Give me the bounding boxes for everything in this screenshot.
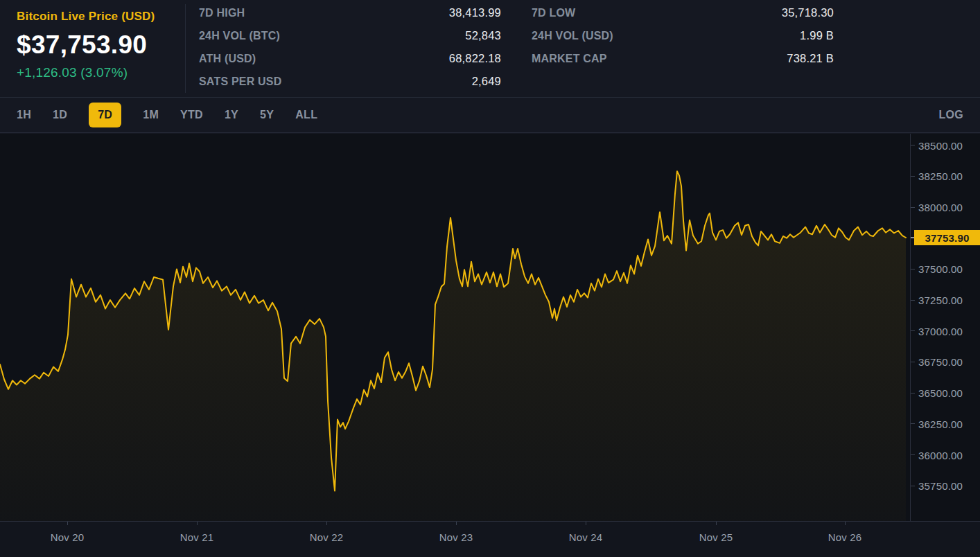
stat-value: 35,718.30 bbox=[782, 6, 834, 19]
chart-area: 37753.90 38500.0038250.0038000.0037500.0… bbox=[0, 134, 980, 521]
stat-row: 24H VOL (USD)1.99 B bbox=[532, 24, 834, 47]
price-change: +1,126.03 (3.07%) bbox=[17, 65, 176, 80]
range-tabs: 1H1D7D1MYTD1Y5YALL bbox=[17, 103, 938, 127]
bitcoin-price-widget: Bitcoin Live Price (USD) $37,753.90 +1,1… bbox=[0, 0, 980, 557]
y-tick bbox=[911, 486, 915, 486]
stat-value: 52,843 bbox=[465, 29, 501, 42]
page-title: Bitcoin Live Price (USD) bbox=[17, 10, 176, 24]
y-tick-label: 37500.00 bbox=[918, 263, 963, 275]
range-tabbar: 1H1D7D1MYTD1Y5YALL LOG bbox=[0, 98, 980, 133]
stat-label: 24H VOL (USD) bbox=[532, 30, 613, 42]
tab-7d[interactable]: 7D bbox=[89, 103, 121, 127]
stat-label: 7D LOW bbox=[532, 7, 575, 19]
y-tick-label: 36000.00 bbox=[918, 450, 963, 461]
tab-1m[interactable]: 1M bbox=[143, 109, 159, 121]
y-tick bbox=[911, 269, 915, 269]
y-tick-label: 37000.00 bbox=[918, 326, 963, 337]
x-tick bbox=[716, 522, 717, 525]
x-tick-label: Nov 25 bbox=[688, 531, 744, 543]
stat-label: ATH (USD) bbox=[199, 53, 256, 65]
y-tick bbox=[911, 330, 915, 331]
x-tick-label: Nov 20 bbox=[40, 531, 95, 543]
stat-value: 2,649 bbox=[472, 75, 501, 88]
y-tick-label: 36250.00 bbox=[918, 418, 963, 430]
x-tick-label: Nov 26 bbox=[817, 531, 873, 543]
current-price-badge: 37753.90 bbox=[914, 230, 980, 245]
stat-label: SATS PER USD bbox=[199, 76, 281, 88]
header: Bitcoin Live Price (USD) $37,753.90 +1,1… bbox=[0, 0, 980, 98]
x-tick bbox=[67, 522, 68, 525]
stat-value: 1.99 B bbox=[800, 29, 834, 42]
tab-1h[interactable]: 1H bbox=[17, 109, 31, 121]
tab-all[interactable]: ALL bbox=[295, 109, 317, 121]
y-tick bbox=[911, 423, 915, 424]
stat-value: 738.21 B bbox=[787, 52, 834, 65]
x-tick-label: Nov 24 bbox=[558, 531, 613, 543]
x-tick bbox=[456, 522, 457, 525]
tab-ytd[interactable]: YTD bbox=[180, 109, 203, 121]
stat-value: 68,822.18 bbox=[449, 52, 501, 65]
y-tick bbox=[911, 362, 915, 362]
price-chart-svg bbox=[0, 134, 910, 521]
x-tick-label: Nov 21 bbox=[169, 531, 225, 543]
price-block: Bitcoin Live Price (USD) $37,753.90 +1,1… bbox=[17, 10, 176, 80]
y-tick bbox=[911, 454, 915, 455]
tab-1d[interactable]: 1D bbox=[53, 109, 67, 121]
stat-row: ATH (USD)68,822.18 bbox=[199, 47, 501, 70]
stat-label: MARKET CAP bbox=[532, 53, 607, 65]
y-tick bbox=[911, 300, 915, 301]
x-tick bbox=[326, 522, 327, 525]
price-chart-plot[interactable] bbox=[0, 134, 911, 521]
x-tick-label: Nov 23 bbox=[428, 531, 484, 543]
tab-1y[interactable]: 1Y bbox=[225, 109, 238, 121]
y-tick-label: 38500.00 bbox=[918, 140, 963, 152]
stat-label: 24H VOL (BTC) bbox=[199, 30, 280, 42]
y-tick-label: 36500.00 bbox=[918, 387, 963, 399]
y-tick bbox=[911, 207, 915, 208]
live-price: $37,753.90 bbox=[17, 30, 176, 60]
y-tick-label: 38000.00 bbox=[918, 202, 963, 213]
price-area bbox=[0, 171, 906, 521]
stat-value: 38,413.99 bbox=[449, 6, 501, 19]
stat-row: 24H VOL (BTC)52,843 bbox=[199, 24, 501, 47]
stat-row: MARKET CAP738.21 B bbox=[532, 47, 834, 70]
x-tick bbox=[845, 522, 846, 525]
stat-label: 7D HIGH bbox=[199, 7, 245, 19]
stat-row: SATS PER USD2,649 bbox=[199, 70, 501, 93]
price-axis[interactable]: 37753.90 38500.0038250.0038000.0037500.0… bbox=[911, 134, 980, 521]
x-tick bbox=[586, 522, 586, 525]
stats-column-2: 7D LOW35,718.3024H VOL (USD)1.99 BMARKET… bbox=[532, 1, 834, 70]
x-tick bbox=[197, 522, 198, 525]
stat-row: 7D HIGH38,413.99 bbox=[199, 1, 501, 24]
y-tick-label: 35750.00 bbox=[918, 480, 963, 492]
stat-row: 7D LOW35,718.30 bbox=[532, 1, 834, 24]
x-tick-label: Nov 22 bbox=[299, 531, 354, 543]
y-tick-label: 36750.00 bbox=[918, 356, 963, 368]
y-tick bbox=[911, 393, 915, 394]
y-tick-label: 37250.00 bbox=[918, 294, 963, 306]
y-tick bbox=[911, 145, 915, 145]
header-divider bbox=[185, 4, 186, 93]
stats-column-1: 7D HIGH38,413.9924H VOL (BTC)52,843ATH (… bbox=[199, 1, 501, 93]
log-scale-button[interactable]: LOG bbox=[938, 109, 963, 121]
y-tick-label: 38250.00 bbox=[918, 170, 963, 182]
tab-5y[interactable]: 5Y bbox=[260, 109, 274, 121]
y-tick bbox=[911, 176, 915, 177]
date-axis[interactable]: Nov 20Nov 21Nov 22Nov 23Nov 24Nov 25Nov … bbox=[0, 521, 980, 557]
